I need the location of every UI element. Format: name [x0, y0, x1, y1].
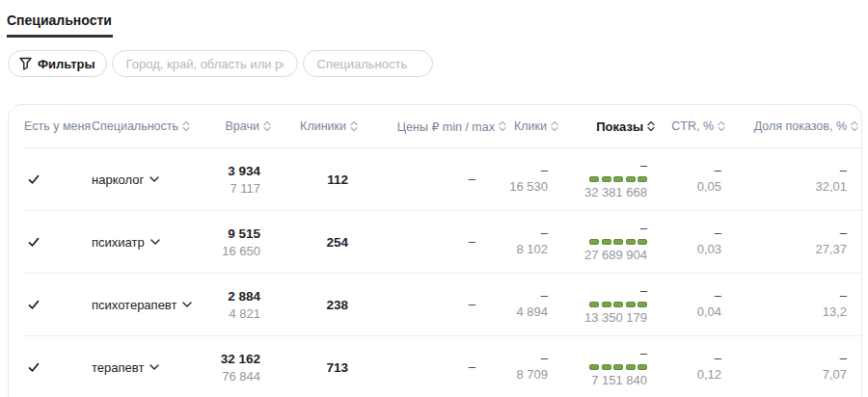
- doctors-total: 4 821: [213, 305, 260, 323]
- specialty-input[interactable]: [303, 50, 433, 77]
- price-value: –: [359, 234, 475, 250]
- clicks-cell: – 8 102: [507, 225, 559, 258]
- impressions-current: –: [559, 283, 647, 299]
- tabs: Специальности: [8, 12, 868, 38]
- price-value: –: [359, 359, 475, 375]
- column-header-clicks[interactable]: Клики: [507, 119, 559, 133]
- impressions-cell: – 7 151 840: [559, 346, 656, 389]
- impressions-bars: [559, 176, 647, 182]
- column-header-have: Есть у меня: [24, 119, 92, 133]
- share-cell: – 7,07: [726, 351, 859, 384]
- region-input[interactable]: [112, 50, 298, 77]
- have-cell[interactable]: [24, 361, 92, 373]
- impressions-bars: [559, 364, 647, 370]
- impressions-total: 13 350 179: [559, 309, 647, 327]
- table-header-row: Есть у меня Специальность Врачи Клиники …: [24, 105, 861, 148]
- price-value: –: [359, 297, 475, 312]
- share-current: –: [726, 225, 847, 241]
- sort-chevrons-icon[interactable]: [646, 119, 656, 133]
- share-total: 32,01: [726, 178, 847, 196]
- filters-button-label: Фильтры: [38, 57, 95, 71]
- clicks-current: –: [507, 225, 548, 241]
- impressions-total: 32 381 668: [559, 184, 647, 201]
- specialty-label: психиатр: [92, 235, 145, 250]
- sort-chevrons-icon[interactable]: [498, 119, 507, 133]
- table-row: нарколог 3 934 7 117 112 – – 16 530 – 32…: [24, 148, 861, 211]
- have-cell[interactable]: [24, 236, 92, 248]
- share-total: 13,2: [726, 304, 847, 321]
- specialty-label: психотерапевт: [92, 298, 176, 312]
- specialty-cell[interactable]: нарколог: [92, 172, 213, 187]
- chevron-down-icon: [149, 364, 159, 370]
- sort-chevrons-icon[interactable]: [262, 119, 272, 133]
- column-header-price[interactable]: Цены ₽ min / max: [359, 119, 507, 134]
- clinics-value: 112: [272, 171, 348, 189]
- chevron-down-icon: [150, 239, 160, 245]
- specialty-cell[interactable]: терапевт: [92, 360, 213, 375]
- impressions-cell: – 32 381 668: [559, 158, 656, 201]
- clinics-cell: 238: [272, 296, 359, 314]
- doctors-cell: 9 515 16 650: [213, 225, 272, 260]
- doctors-cell: 2 884 4 821: [213, 287, 272, 323]
- check-icon: [28, 361, 40, 373]
- doctors-total: 7 117: [213, 180, 260, 198]
- doctors-current: 2 884: [213, 287, 260, 305]
- impressions-total: 7 151 840: [559, 372, 647, 389]
- impressions-bars: [559, 302, 647, 307]
- sort-chevrons-icon[interactable]: [850, 119, 859, 133]
- share-total: 7,07: [726, 366, 847, 384]
- clicks-cell: – 8 709: [507, 351, 559, 384]
- specialty-label: нарколог: [92, 172, 144, 187]
- column-header-impressions[interactable]: Показы: [559, 119, 656, 134]
- price-cell: –: [359, 297, 507, 312]
- filter-row: Фильтры: [8, 50, 868, 77]
- sort-chevrons-icon[interactable]: [181, 119, 191, 133]
- impressions-total: 27 689 904: [559, 247, 647, 264]
- clinics-cell: 254: [272, 233, 359, 251]
- clinics-value: 254: [272, 233, 348, 251]
- doctors-cell: 3 934 7 117: [213, 162, 272, 198]
- specialties-table-card: Есть у меня Специальность Врачи Клиники …: [8, 104, 862, 397]
- ctr-current: –: [656, 351, 721, 366]
- sort-chevrons-icon[interactable]: [550, 119, 559, 133]
- filters-button[interactable]: Фильтры: [8, 50, 107, 77]
- specialty-cell[interactable]: психиатр: [92, 235, 213, 250]
- ctr-cell: – 0,04: [656, 288, 726, 321]
- impressions-current: –: [559, 346, 647, 361]
- column-header-clinics[interactable]: Клиники: [272, 119, 359, 133]
- doctors-current: 9 515: [213, 225, 260, 243]
- sort-chevrons-icon[interactable]: [349, 119, 359, 133]
- tab-specialties[interactable]: Специальности: [7, 13, 113, 38]
- clicks-total: 4 894: [507, 304, 548, 321]
- doctors-total: 16 650: [213, 243, 260, 260]
- sort-chevrons-icon[interactable]: [717, 119, 726, 133]
- have-cell[interactable]: [24, 299, 92, 310]
- clicks-current: –: [507, 163, 548, 178]
- clicks-total: 8 102: [507, 241, 548, 258]
- page: Специальности Фильтры Есть у меня Специа…: [0, 0, 868, 397]
- have-cell[interactable]: [24, 173, 92, 185]
- share-cell: – 13,2: [726, 288, 859, 321]
- chevron-down-icon: [182, 302, 192, 307]
- column-header-doctors[interactable]: Врачи: [213, 119, 272, 133]
- ctr-current: –: [656, 288, 721, 304]
- specialty-cell[interactable]: психотерапевт: [92, 298, 213, 312]
- impressions-bars: [559, 239, 647, 245]
- check-icon: [28, 173, 40, 185]
- column-header-specialty[interactable]: Специальность: [92, 119, 213, 133]
- clicks-total: 16 530: [507, 178, 548, 196]
- doctors-current: 3 934: [213, 162, 260, 180]
- clicks-current: –: [507, 351, 548, 366]
- ctr-total: 0,04: [656, 304, 721, 321]
- clinics-value: 713: [272, 358, 348, 377]
- ctr-total: 0,05: [656, 178, 721, 196]
- check-icon: [28, 236, 40, 248]
- ctr-cell: – 0,03: [656, 225, 726, 258]
- column-header-ctr[interactable]: CTR, %: [656, 119, 726, 133]
- ctr-current: –: [656, 225, 721, 241]
- column-header-share[interactable]: Доля показов, %: [726, 119, 859, 133]
- check-icon: [28, 299, 40, 310]
- price-cell: –: [359, 359, 507, 375]
- price-cell: –: [359, 234, 507, 250]
- impressions-cell: – 13 350 179: [559, 283, 656, 327]
